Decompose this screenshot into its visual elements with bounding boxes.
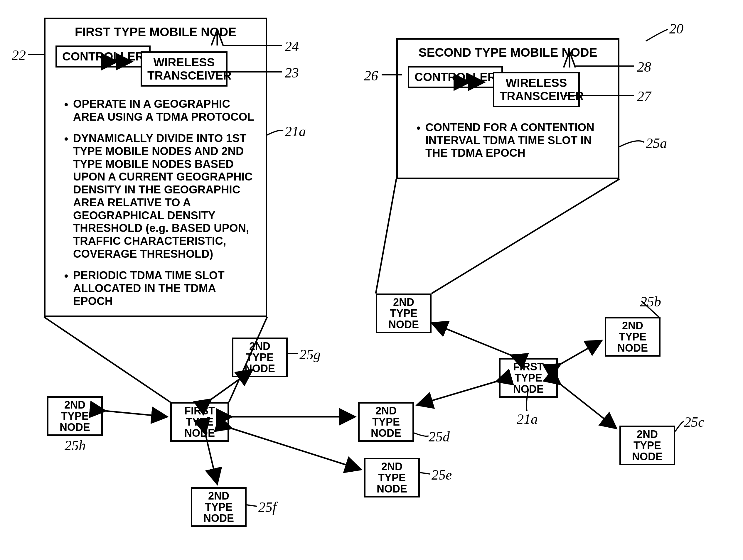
n25d-l2: NODE <box>371 427 401 439</box>
first-bullet-3: PERIODIC TDMA TIME SLOT ALLOCATED IN THE… <box>73 269 256 308</box>
ref-21a-right: 21a <box>517 411 538 427</box>
n25e-l2: NODE <box>377 483 407 495</box>
ref-22: 22 <box>12 47 26 63</box>
node-25g: 2ND TYPE NODE <box>232 337 288 377</box>
n25c-l1: 2ND TYPE <box>633 428 661 452</box>
ref-25a: 25a <box>646 135 667 151</box>
n25h-l1: 2ND TYPE <box>61 399 89 422</box>
second-type-bullets: CONTEND FOR A CONTENTION INTERVAL TDMA T… <box>413 121 608 160</box>
ref-25f: 25f <box>258 499 276 515</box>
n25d-l1: 2ND TYPE <box>372 405 400 428</box>
second-transceiver-box: WIRELESS TRANSCEIVER <box>493 72 580 107</box>
svg-line-23 <box>206 434 217 484</box>
first-antenna-icon <box>209 28 235 48</box>
svg-line-2 <box>217 29 223 46</box>
n25a-l2: NODE <box>388 319 419 330</box>
first-controller-box: CONTROLLER <box>55 46 150 67</box>
node-25h: 2ND TYPE NODE <box>47 396 103 436</box>
ref-25b: 25b <box>640 293 661 310</box>
second-transceiver-l1: WIRELESS <box>506 76 567 89</box>
ref-25g: 25g <box>299 346 320 363</box>
n25f-l1: 2ND TYPE <box>205 490 232 513</box>
n25e-l1: 2ND TYPE <box>378 461 406 484</box>
node-25a: 2ND TYPE NODE <box>376 293 432 333</box>
ref-28: 28 <box>637 59 651 75</box>
first-right-l1: FIRST TYPE <box>513 361 544 384</box>
n25b-l1: 2ND TYPE <box>619 320 646 343</box>
ref-25h: 25h <box>64 437 86 454</box>
n25h-l2: NODE <box>59 421 90 433</box>
first-left-l2: NODE <box>184 427 215 439</box>
ref-25e: 25e <box>432 467 452 483</box>
n25a-l1: 2ND TYPE <box>390 296 418 319</box>
svg-line-0 <box>211 29 217 46</box>
first-type-node-right: FIRST TYPE NODE <box>499 358 558 398</box>
ref-26: 26 <box>364 67 378 84</box>
second-antenna-icon <box>561 50 587 71</box>
n25g-l2: NODE <box>245 363 275 374</box>
diagram-stage: FIRST TYPE MOBILE NODE CONTROLLER WIRELE… <box>0 0 743 560</box>
svg-line-26 <box>432 323 511 355</box>
second-controller-box: CONTROLLER <box>408 66 503 88</box>
svg-line-21 <box>106 411 167 417</box>
svg-line-19 <box>247 505 257 506</box>
first-bullet-2: DYNAMICALLY DIVIDE INTO 1ST TYPE MOBILE … <box>73 132 256 260</box>
first-bullet-1: OPERATE IN A GEOGRAPHIC AREA USING A TDM… <box>73 98 256 123</box>
first-transceiver-l1: WIRELESS <box>154 56 215 69</box>
second-transceiver-l2: TRANSCEIVER <box>499 90 584 102</box>
n25f-l2: NODE <box>204 512 234 524</box>
svg-line-24 <box>232 428 361 470</box>
first-type-node-left: FIRST TYPE NODE <box>170 402 229 442</box>
ref-20: 20 <box>669 20 684 37</box>
svg-line-18 <box>420 472 430 474</box>
first-right-l2: NODE <box>513 383 544 395</box>
ref-23: 23 <box>285 64 299 81</box>
node-25e: 2ND TYPE NODE <box>364 458 420 498</box>
svg-line-5 <box>569 51 575 67</box>
ref-25d: 25d <box>429 428 450 445</box>
svg-line-8 <box>376 179 396 293</box>
n25b-l2: NODE <box>617 342 648 354</box>
first-type-bullets: OPERATE IN A GEOGRAPHIC AREA USING A TDM… <box>61 98 256 308</box>
ref-27: 27 <box>637 88 651 104</box>
n25c-l2: NODE <box>632 451 663 463</box>
ref-25c: 25c <box>684 414 704 430</box>
svg-line-6 <box>44 317 170 402</box>
svg-line-3 <box>564 51 569 67</box>
first-transceiver-l2: TRANSCEIVER <box>147 69 232 82</box>
ref-24: 24 <box>285 38 299 54</box>
node-25b: 2ND TYPE NODE <box>605 317 660 357</box>
svg-line-27 <box>561 340 602 364</box>
svg-line-9 <box>432 179 619 293</box>
first-type-detail-box: FIRST TYPE MOBILE NODE CONTROLLER WIRELE… <box>44 17 267 317</box>
svg-line-28 <box>561 384 616 428</box>
node-25d: 2ND TYPE NODE <box>358 402 414 442</box>
n25g-l1: 2ND TYPE <box>246 340 274 363</box>
node-25c: 2ND TYPE NODE <box>619 426 675 465</box>
first-transceiver-box: WIRELESS TRANSCEIVER <box>141 51 227 87</box>
node-25f: 2ND TYPE NODE <box>191 487 247 527</box>
ref-21a-left: 21a <box>285 123 306 139</box>
first-left-l1: FIRST TYPE <box>184 405 215 428</box>
second-bullet-1: CONTEND FOR A CONTENTION INTERVAL TDMA T… <box>425 121 608 160</box>
svg-line-29 <box>417 381 496 405</box>
